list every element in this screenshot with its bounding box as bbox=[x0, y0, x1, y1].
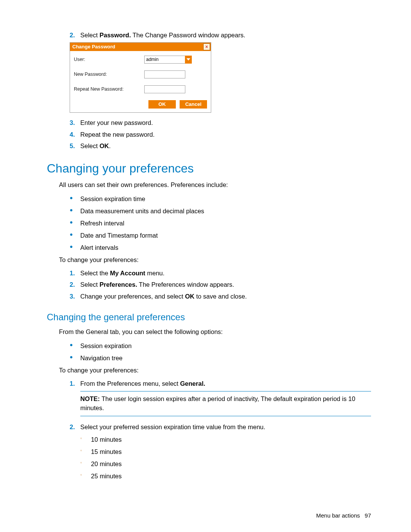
to-change-prefs-2: To change your preferences: bbox=[59, 366, 371, 375]
sub-item-text: 10 minutes bbox=[91, 434, 122, 445]
sub-item: ◦20 minutes bbox=[80, 459, 371, 469]
step-number: 1. bbox=[70, 268, 80, 278]
step-number: 4. bbox=[70, 130, 80, 139]
step-number: 3. bbox=[70, 292, 80, 301]
bullet-item: ●Date and Timestamp format bbox=[70, 230, 371, 241]
dialog-body: User: New Password: Repeat New Password: bbox=[70, 51, 211, 93]
note-box: NOTE: The user login session expires aft… bbox=[80, 391, 371, 416]
bullet-icon: ● bbox=[70, 206, 80, 216]
user-field-row: User: bbox=[74, 56, 207, 64]
bullet-text: Data measurement units and decimal place… bbox=[80, 206, 371, 216]
bullet-item: ●Navigation tree bbox=[70, 353, 371, 363]
dialog-buttons: OK Cancel bbox=[70, 100, 211, 112]
close-icon[interactable]: × bbox=[203, 43, 210, 50]
note-text: The user login session expires after a p… bbox=[80, 395, 355, 411]
circle-icon: ◦ bbox=[80, 434, 91, 445]
bold-text: OK bbox=[185, 293, 194, 300]
new-password-label: New Password: bbox=[74, 72, 144, 77]
text: Select bbox=[80, 32, 99, 38]
bullet-text: Session expiration time bbox=[80, 193, 371, 204]
text: to save and close. bbox=[194, 293, 247, 300]
step-5: 5. Select OK. bbox=[70, 141, 371, 151]
page-footer: Menu bar actions 97 bbox=[316, 512, 371, 519]
sub-item-text: 25 minutes bbox=[91, 471, 122, 481]
step-text: Select the My Account menu. bbox=[80, 268, 371, 278]
bold-text: General. bbox=[180, 380, 205, 387]
sub-item: ◦25 minutes bbox=[80, 471, 371, 481]
change-step-3: 3. Change your preferences, and select O… bbox=[70, 292, 371, 301]
new-password-input[interactable] bbox=[144, 70, 185, 78]
bullet-icon: ● bbox=[70, 353, 80, 363]
general-step-2: 2. Select your preferred session expirat… bbox=[70, 422, 371, 432]
step-number: 3. bbox=[70, 118, 80, 128]
heading-changing-preferences: Changing your preferences bbox=[47, 161, 371, 176]
general-intro: From the General tab, you can select the… bbox=[59, 327, 371, 337]
bullet-text: Date and Timestamp format bbox=[80, 230, 371, 241]
step-text: From the Preferences menu, select Genera… bbox=[80, 379, 371, 388]
repeat-password-input[interactable] bbox=[144, 85, 185, 93]
general-step-1: 1. From the Preferences menu, select Gen… bbox=[70, 379, 371, 388]
step-text: Select OK. bbox=[80, 141, 371, 151]
sub-item: ◦15 minutes bbox=[80, 446, 371, 457]
step-text: Select Password. The Change Password win… bbox=[80, 30, 371, 40]
change-step-1: 1. Select the My Account menu. bbox=[70, 268, 371, 278]
bullet-icon: ● bbox=[70, 193, 80, 204]
step-number: 5. bbox=[70, 141, 80, 151]
repeat-password-row: Repeat New Password: bbox=[74, 85, 207, 93]
bullet-item: ●Session expiration bbox=[70, 340, 371, 351]
bullet-icon: ● bbox=[70, 242, 80, 253]
bullet-item: ●Data measurement units and decimal plac… bbox=[70, 206, 371, 216]
circle-icon: ◦ bbox=[80, 471, 91, 481]
bold-text: Preferences. bbox=[99, 281, 137, 288]
step-2: 2. Select Password. The Change Password … bbox=[70, 30, 371, 40]
bullet-item: ●Alert intervals bbox=[70, 242, 371, 253]
sub-item-text: 15 minutes bbox=[91, 446, 122, 457]
ok-button[interactable]: OK bbox=[148, 100, 176, 109]
heading-general-preferences: Changing the general preferences bbox=[47, 312, 371, 323]
bullet-text: Refresh interval bbox=[80, 218, 371, 228]
sub-item-text: 20 minutes bbox=[91, 459, 122, 469]
bullet-text: Session expiration bbox=[80, 340, 371, 351]
text: menu. bbox=[145, 270, 164, 276]
text: . bbox=[109, 142, 111, 149]
step-3: 3. Enter your new password. bbox=[70, 118, 371, 128]
bullet-text: Navigation tree bbox=[80, 353, 371, 363]
prefs-intro: All users can set their own preferences.… bbox=[59, 180, 371, 190]
bullet-icon: ● bbox=[70, 230, 80, 241]
text: Change your preferences, and select bbox=[80, 293, 185, 300]
footer-page-number: 97 bbox=[365, 512, 371, 519]
dialog-titlebar: Change Password × bbox=[70, 43, 211, 51]
chevron-down-icon[interactable] bbox=[185, 56, 192, 64]
cancel-button[interactable]: Cancel bbox=[180, 100, 207, 109]
user-input[interactable] bbox=[144, 56, 185, 64]
user-select[interactable] bbox=[144, 56, 192, 64]
repeat-password-label: Repeat New Password: bbox=[74, 86, 144, 92]
user-label: User: bbox=[74, 57, 144, 62]
change-password-dialog: Change Password × User: New Password: Re… bbox=[70, 42, 211, 113]
text: Select bbox=[80, 281, 99, 288]
step-text: Change your preferences, and select OK t… bbox=[80, 292, 371, 301]
text: From the Preferences menu, select bbox=[80, 380, 180, 387]
text: Select the bbox=[80, 270, 110, 276]
bullet-icon: ● bbox=[70, 340, 80, 351]
to-change-prefs: To change your preferences: bbox=[59, 255, 371, 265]
sub-item: ◦10 minutes bbox=[80, 434, 371, 445]
step-text: Select your preferred session expiration… bbox=[80, 422, 371, 432]
bullet-item: ●Refresh interval bbox=[70, 218, 371, 228]
text: The Change Password window appears. bbox=[131, 32, 245, 38]
footer-section: Menu bar actions bbox=[316, 512, 360, 519]
step-number: 1. bbox=[70, 379, 80, 388]
svg-marker-0 bbox=[186, 58, 190, 61]
text: Select bbox=[80, 142, 99, 149]
circle-icon: ◦ bbox=[80, 446, 91, 457]
step-number: 2. bbox=[70, 422, 80, 432]
bullet-item: ●Session expiration time bbox=[70, 193, 371, 204]
bold-text: My Account bbox=[110, 270, 145, 276]
new-password-row: New Password: bbox=[74, 70, 207, 78]
bold-text: Password. bbox=[99, 32, 131, 38]
text: The Preferences window appears. bbox=[137, 281, 234, 288]
change-step-2: 2. Select Preferences. The Preferences w… bbox=[70, 280, 371, 289]
step-text: Repeat the new password. bbox=[80, 130, 371, 139]
dialog-title: Change Password bbox=[72, 44, 115, 50]
step-4: 4. Repeat the new password. bbox=[70, 130, 371, 139]
